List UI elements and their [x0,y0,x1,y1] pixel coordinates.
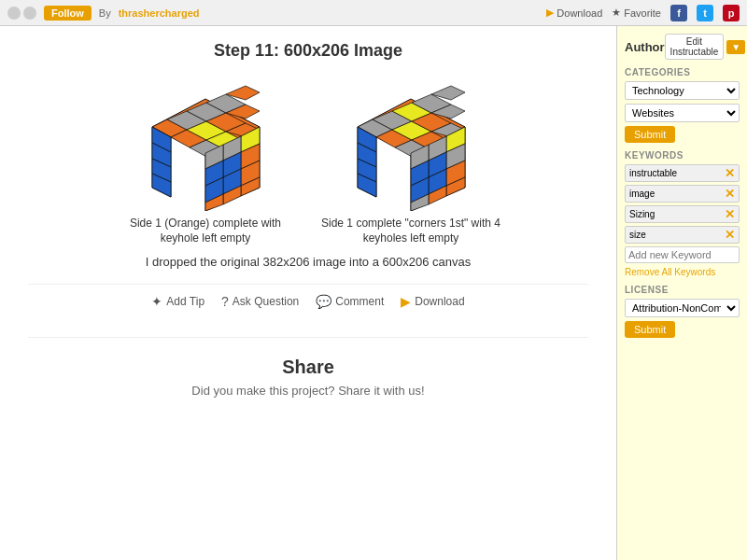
share-title: Share [28,357,588,378]
follow-button[interactable]: Follow [44,6,92,21]
add-tip-label: Add Tip [166,295,204,308]
image2-caption: Side 1 complete "corners 1st" with 4 key… [317,217,504,245]
ask-question-label: Ask Question [233,295,299,308]
license-label: LICENSE [625,285,740,295]
keyword-text: instructable [629,168,677,178]
keyword-remove-button[interactable]: ✕ [725,166,735,180]
ask-question-icon: ? [221,294,229,309]
cube-image-2 [339,76,484,211]
sidebar-dropdown-button[interactable]: ▼ [726,40,745,54]
download-step-label: Download [415,295,464,308]
step-description: I dropped the original 382x206 image int… [28,255,588,269]
cube-image-1 [134,76,278,211]
logo-area [7,7,36,20]
author-link[interactable]: thrashercharged [119,7,200,19]
keywords-label: KEYWORDS [625,150,740,161]
keyword-remove-button[interactable]: ✕ [725,228,735,242]
license-select[interactable]: Attribution-NonCommercial-Share/ [625,299,740,317]
favorite-label: Favorite [624,7,661,19]
facebook-button[interactable]: f [670,5,687,21]
download-step-action[interactable]: ▶ Download [401,294,464,309]
download-icon: ▶ [546,7,554,19]
add-keyword-input[interactable] [625,246,740,263]
author-title: Author [625,40,665,54]
layout: Step 11: 600x206 Image [0,26,747,560]
keyword-tag-instructable: instructable ✕ [625,164,740,182]
keyword-tag-image: image ✕ [625,185,740,203]
sidebar-header: Author Edit Instructable ▼ [625,34,740,60]
category1-select[interactable]: Technology [625,81,740,100]
download-step-icon: ▶ [401,294,411,309]
header-right: ▶ Download ★ Favorite f t p [546,5,740,21]
license-submit-button[interactable]: Submit [625,321,675,338]
categories-submit-button[interactable]: Submit [625,126,675,143]
header: Follow By thrashercharged ▶ Download ★ F… [0,0,747,26]
comment-action[interactable]: 💬 Comment [316,294,384,309]
images-row: Side 1 (Orange) complete with keyhole le… [28,76,588,245]
keyword-tag-size: size ✕ [625,226,740,244]
edit-instructable-button[interactable]: Edit Instructable [665,34,725,60]
add-tip-icon: ✦ [151,294,162,309]
share-section: Share Did you make this project? Share i… [28,337,588,398]
logo-icon [7,7,21,20]
keyword-remove-button[interactable]: ✕ [725,207,735,221]
download-label: Download [557,7,602,19]
category2-select[interactable]: Websites [625,104,740,122]
keyword-text: image [629,189,655,199]
image-block-2: Side 1 complete "corners 1st" with 4 key… [317,76,504,245]
favorite-icon: ★ [612,7,621,19]
logo-icon2 [23,7,36,20]
comment-icon: 💬 [316,294,331,309]
favorite-action[interactable]: ★ Favorite [612,7,661,19]
image1-caption: Side 1 (Orange) complete with keyhole le… [112,217,299,245]
download-action[interactable]: ▶ Download [546,7,602,19]
image-block-1: Side 1 (Orange) complete with keyhole le… [112,76,299,245]
step-title: Step 11: 600x206 Image [28,41,588,61]
comment-label: Comment [335,295,384,308]
keyword-text: size [629,230,646,240]
main-content: Step 11: 600x206 Image [0,26,616,560]
keyword-text: Sizing [629,209,655,219]
keyword-tag-sizing: Sizing ✕ [625,205,740,223]
share-subtitle: Did you make this project? Share it with… [28,384,588,398]
by-text: By [99,7,111,19]
pinterest-button[interactable]: p [723,5,740,21]
action-bar: ✦ Add Tip ? Ask Question 💬 Comment ▶ Dow… [28,284,588,309]
twitter-button[interactable]: t [697,5,713,21]
keyword-remove-button[interactable]: ✕ [725,187,735,201]
sidebar: Author Edit Instructable ▼ CATEGORIES Te… [616,26,747,560]
remove-all-keywords-link[interactable]: Remove All Keywords [625,267,740,277]
ask-question-action[interactable]: ? Ask Question [221,294,299,309]
add-tip-action[interactable]: ✦ Add Tip [151,294,204,309]
categories-label: CATEGORIES [625,67,740,77]
